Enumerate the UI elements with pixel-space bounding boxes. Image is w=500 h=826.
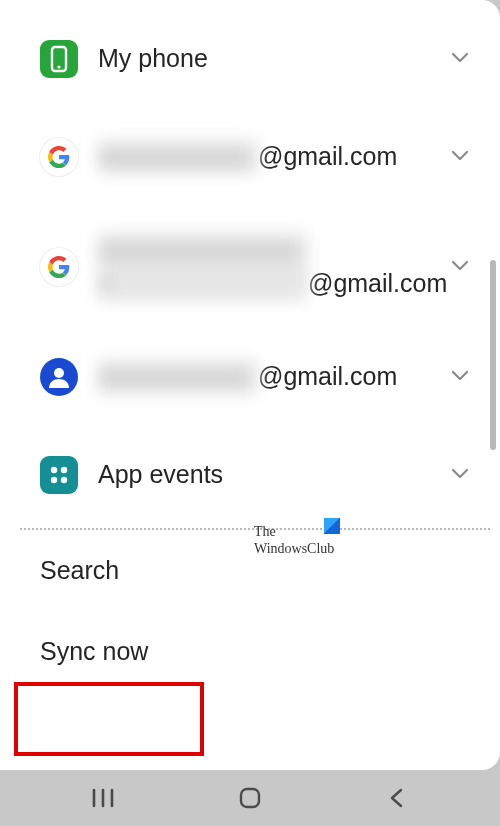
svg-point-9 — [61, 477, 67, 483]
chevron-down-icon[interactable] — [448, 253, 472, 281]
account-label: xxxxxxxxxxxx@gmail.com — [98, 360, 480, 394]
google-icon — [40, 248, 78, 286]
settings-panel: My phone xxxxxxxxxxxx@gmail.com — [0, 0, 500, 770]
svg-point-7 — [61, 467, 67, 473]
account-label: xxxxxxxxxxxx@gmail.com — [98, 140, 480, 174]
phone-icon — [40, 40, 78, 78]
chevron-down-icon[interactable] — [448, 45, 472, 73]
chevron-down-icon[interactable] — [448, 363, 472, 391]
chevron-down-icon[interactable] — [448, 143, 472, 171]
account-item-app-events[interactable]: App events — [40, 432, 480, 518]
account-item-google[interactable]: xxxxxxxxxxxx@gmail.com — [40, 102, 480, 212]
watermark: The WindowsClub — [254, 524, 334, 558]
svg-point-2 — [57, 65, 60, 68]
nav-recents-button[interactable] — [63, 788, 143, 808]
svg-rect-10 — [241, 789, 259, 807]
account-item-my-phone[interactable]: My phone — [40, 16, 480, 102]
account-label: My phone — [98, 42, 480, 76]
contacts-icon — [40, 358, 78, 396]
scrollbar[interactable] — [490, 260, 496, 450]
sync-now-action[interactable]: Sync now — [40, 611, 480, 696]
svg-point-4 — [54, 368, 64, 378]
svg-rect-5 — [40, 456, 78, 494]
android-navbar — [0, 770, 500, 826]
account-label: App events — [98, 458, 480, 492]
account-label: xxxxxxxxxxxxxxxxx@gmail.com — [98, 233, 480, 301]
app-events-icon — [40, 456, 78, 494]
nav-home-button[interactable] — [210, 786, 290, 810]
svg-point-6 — [51, 467, 57, 473]
watermark-logo-icon — [324, 518, 340, 534]
google-icon — [40, 138, 78, 176]
nav-back-button[interactable] — [357, 786, 437, 810]
account-item-samsung-contacts[interactable]: xxxxxxxxxxxx@gmail.com — [40, 322, 480, 432]
svg-rect-0 — [40, 40, 78, 78]
chevron-down-icon[interactable] — [448, 461, 472, 489]
svg-point-8 — [51, 477, 57, 483]
account-item-google[interactable]: xxxxxxxxxxxxxxxxx@gmail.com — [40, 212, 480, 322]
